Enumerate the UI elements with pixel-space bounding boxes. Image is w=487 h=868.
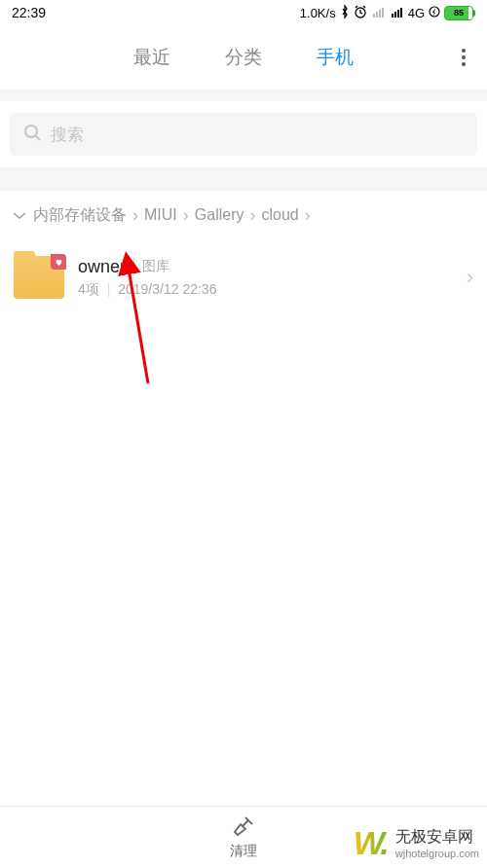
folder-date: 2019/3/12 22:36: [118, 281, 216, 297]
meta-separator: |: [107, 281, 111, 297]
chevron-right-icon: ›: [467, 265, 473, 290]
search-input[interactable]: 搜索: [10, 113, 477, 156]
charging-icon: [429, 5, 440, 21]
chevron-right-icon: ›: [249, 205, 255, 226]
battery-level: 85: [444, 6, 473, 20]
tab-category[interactable]: 分类: [225, 45, 262, 70]
search-icon: [23, 124, 41, 146]
divider: [0, 90, 487, 101]
signal-icon-2: [392, 8, 402, 18]
folder-info: owner 图库 4项 | 2019/3/12 22:36: [78, 257, 453, 299]
tab-recent[interactable]: 最近: [133, 45, 170, 70]
broom-icon[interactable]: [232, 814, 255, 841]
breadcrumb-item-1[interactable]: MIUI: [144, 206, 177, 224]
top-tabs: 最近 分类 手机: [0, 25, 487, 90]
breadcrumb-item-0[interactable]: 内部存储设备: [33, 205, 127, 226]
status-time: 22:39: [12, 5, 46, 20]
watermark-title: 无极安卓网: [395, 827, 479, 848]
folder-row[interactable]: owner 图库 4项 | 2019/3/12 22:36 ›: [0, 239, 487, 315]
chevron-right-icon: ›: [183, 205, 189, 226]
status-speed: 1.0K/s: [300, 6, 336, 20]
tab-phone[interactable]: 手机: [317, 45, 354, 70]
chevron-right-icon: ›: [305, 205, 311, 226]
battery-icon: 85: [444, 6, 475, 20]
breadcrumb-item-2[interactable]: Gallery: [195, 206, 244, 224]
watermark: W. 无极安卓网 wjhotelgroup.com: [354, 824, 479, 862]
status-bar: 22:39 1.0K/s 4G 85: [0, 0, 487, 25]
signal-icon-1: [373, 8, 384, 18]
empty-area: [0, 315, 487, 806]
breadcrumb-item-3[interactable]: cloud: [261, 206, 298, 224]
alarm-icon: [354, 5, 367, 21]
heart-badge-icon: [51, 254, 66, 270]
folder-tag: 图库: [133, 258, 169, 275]
folder-icon: [14, 256, 64, 299]
breadcrumb: 内部存储设备 › MIUI › Gallery › cloud ›: [0, 191, 487, 239]
status-right: 1.0K/s 4G 85: [300, 5, 475, 21]
chevron-right-icon: ›: [132, 205, 138, 226]
breadcrumb-collapse-icon[interactable]: [12, 206, 27, 224]
watermark-logo-icon: W.: [354, 824, 388, 862]
overflow-menu-button[interactable]: [462, 49, 466, 66]
folder-name: owner: [78, 257, 126, 277]
folder-count: 4项: [78, 281, 99, 297]
divider: [0, 167, 487, 191]
watermark-url: wjhotelgroup.com: [395, 848, 479, 859]
search-placeholder: 搜索: [51, 124, 84, 146]
search-bar: 搜索: [0, 101, 487, 167]
bluetooth-icon: [340, 5, 350, 21]
status-network: 4G: [408, 6, 425, 20]
menu-dots-icon: [462, 49, 466, 66]
clean-button-label[interactable]: 清理: [230, 843, 257, 860]
svg-point-2: [25, 126, 37, 137]
